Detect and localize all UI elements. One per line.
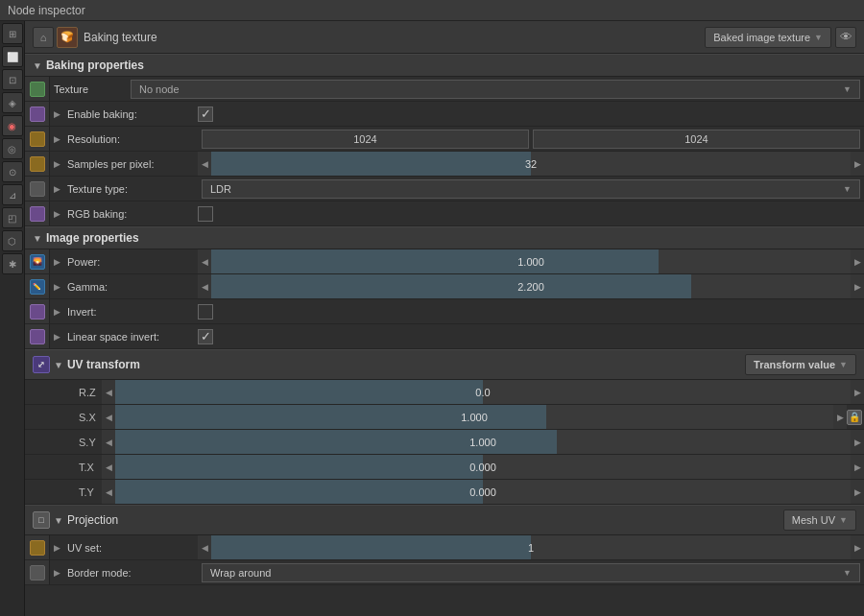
tx-arrow-right[interactable]: ▶ bbox=[851, 455, 864, 479]
ty-arrow-right[interactable]: ▶ bbox=[851, 480, 864, 504]
power-arrow-right[interactable]: ▶ bbox=[851, 249, 864, 273]
samples-arrow-left[interactable]: ◀ bbox=[198, 152, 211, 176]
baked-image-dropdown[interactable]: Baked image texture ▼ bbox=[705, 27, 831, 48]
invert-icon-cell bbox=[25, 299, 50, 323]
tx-slider[interactable]: ◀ 0.000 ▶ bbox=[102, 455, 864, 479]
invert-row: ▶ Invert: bbox=[25, 299, 864, 324]
power-slider[interactable]: ◀ 1.000 ▶ bbox=[198, 249, 864, 273]
sidebar-icon-7[interactable]: ⊙ bbox=[2, 161, 23, 182]
sx-arrow-left[interactable]: ◀ bbox=[102, 405, 115, 429]
sidebar-icon-2[interactable]: ⬜ bbox=[2, 46, 23, 67]
home-icon[interactable]: ⌂ bbox=[33, 27, 54, 48]
resolution-icon-cell bbox=[25, 127, 50, 151]
power-arrow-left[interactable]: ◀ bbox=[198, 249, 211, 273]
rgb-baking-expand[interactable]: ▶ bbox=[50, 209, 63, 219]
gamma-slider[interactable]: ◀ 2.200 ▶ bbox=[198, 274, 864, 298]
rz-arrow-right[interactable]: ▶ bbox=[851, 380, 864, 404]
uv-set-icon bbox=[30, 540, 45, 556]
tx-arrow-left[interactable]: ◀ bbox=[102, 455, 115, 479]
sidebar-icon-5[interactable]: ◉ bbox=[2, 115, 23, 136]
ty-slider[interactable]: ◀ 0.000 ▶ bbox=[102, 480, 864, 504]
uv-section-icon: ⤢ bbox=[33, 356, 50, 373]
sidebar-icon-9[interactable]: ◰ bbox=[2, 207, 23, 228]
sy-arrow-right[interactable]: ▶ bbox=[851, 430, 864, 454]
sy-value: 1.000 bbox=[469, 437, 496, 448]
resolution-height[interactable] bbox=[533, 130, 860, 149]
sidebar-icon-4[interactable]: ◈ bbox=[2, 92, 23, 113]
ty-arrow-left[interactable]: ◀ bbox=[102, 480, 115, 504]
uv-set-expand[interactable]: ▶ bbox=[50, 543, 63, 553]
sx-track[interactable]: 1.000 bbox=[115, 405, 833, 429]
enable-baking-expand[interactable]: ▶ bbox=[50, 109, 63, 119]
samples-icon-cell bbox=[25, 152, 50, 176]
rgb-baking-label: RGB baking: bbox=[63, 208, 198, 220]
projection-dropdown[interactable]: Mesh UV ▼ bbox=[783, 509, 856, 531]
linear-expand[interactable]: ▶ bbox=[50, 332, 63, 342]
gamma-arrow-left[interactable]: ◀ bbox=[198, 274, 211, 298]
gamma-expand[interactable]: ▶ bbox=[50, 282, 63, 292]
enable-baking-checkbox[interactable]: ✓ bbox=[198, 107, 213, 122]
rz-arrow-left[interactable]: ◀ bbox=[102, 380, 115, 404]
bake-icon[interactable]: 🍞 bbox=[57, 27, 78, 48]
border-chevron: ▼ bbox=[843, 568, 852, 578]
rgb-baking-icon bbox=[30, 206, 45, 222]
linear-icon-cell bbox=[25, 324, 50, 348]
ty-track[interactable]: 0.000 bbox=[115, 480, 851, 504]
baking-section-header[interactable]: ▼ Baking properties bbox=[25, 54, 864, 77]
uv-set-track[interactable]: 1 bbox=[211, 535, 851, 559]
sy-track[interactable]: 1.000 bbox=[115, 430, 851, 454]
gamma-arrow-right[interactable]: ▶ bbox=[851, 274, 864, 298]
projection-header[interactable]: □ ▼ Projection Mesh UV ▼ bbox=[25, 505, 864, 535]
texture-type-expand[interactable]: ▶ bbox=[50, 184, 63, 194]
gamma-track[interactable]: 2.200 bbox=[211, 274, 851, 298]
sx-slider[interactable]: ◀ 1.000 ▶ bbox=[102, 405, 847, 429]
samples-expand[interactable]: ▶ bbox=[50, 159, 63, 169]
sy-slider[interactable]: ◀ 1.000 ▶ bbox=[102, 430, 864, 454]
resolution-icon bbox=[30, 131, 45, 147]
border-expand[interactable]: ▶ bbox=[50, 568, 63, 578]
uv-transform-value: Transform value bbox=[754, 359, 835, 370]
linear-label: Linear space invert: bbox=[63, 331, 198, 343]
uv-section-header[interactable]: ⤢ ▼ UV transform Transform value ▼ bbox=[25, 349, 864, 380]
sidebar-icon-3[interactable]: ⊡ bbox=[2, 69, 23, 90]
invert-checkbox[interactable] bbox=[198, 304, 213, 320]
texture-node-dropdown[interactable]: No node ▼ bbox=[131, 80, 860, 99]
image-section-header[interactable]: ▼ Image properties bbox=[25, 226, 864, 249]
texture-type-icon bbox=[30, 181, 45, 197]
uv-set-value-area: ◀ 1 ▶ bbox=[198, 535, 864, 559]
samples-track[interactable]: 32 bbox=[211, 152, 851, 176]
eye-button[interactable]: 👁 bbox=[835, 27, 856, 48]
linear-checkbox[interactable]: ✓ bbox=[198, 329, 213, 344]
resolution-expand[interactable]: ▶ bbox=[50, 134, 63, 144]
samples-value: 32 bbox=[525, 158, 537, 170]
sidebar-icon-11[interactable]: ✱ bbox=[2, 253, 23, 274]
sidebar-icon-8[interactable]: ⊿ bbox=[2, 184, 23, 205]
power-expand[interactable]: ▶ bbox=[50, 257, 63, 267]
top-bar-icons: ⌂ 🍞 bbox=[33, 27, 78, 48]
samples-slider[interactable]: ◀ 32 ▶ bbox=[198, 152, 864, 176]
sidebar-icon-1[interactable]: ⊞ bbox=[2, 23, 23, 44]
uv-set-arrow-right[interactable]: ▶ bbox=[851, 535, 864, 559]
uv-transform-dropdown[interactable]: Transform value ▼ bbox=[745, 354, 856, 375]
resolution-width[interactable] bbox=[202, 130, 529, 149]
rz-slider[interactable]: ◀ 0.0 ▶ bbox=[102, 380, 864, 404]
sx-arrow-right[interactable]: ▶ bbox=[833, 405, 847, 429]
border-mode-dropdown[interactable]: Wrap around ▼ bbox=[202, 563, 860, 582]
projection-icon: □ bbox=[33, 511, 50, 529]
power-track[interactable]: 1.000 bbox=[211, 249, 851, 273]
tx-track[interactable]: 0.000 bbox=[115, 455, 851, 479]
resolution-inputs bbox=[198, 127, 864, 151]
sidebar-icon-6[interactable]: ◎ bbox=[2, 138, 23, 159]
rz-track[interactable]: 0.0 bbox=[115, 380, 851, 404]
rgb-baking-checkbox[interactable] bbox=[198, 206, 213, 222]
lock-icon[interactable]: 🔒 bbox=[847, 410, 862, 425]
uv-set-arrow-left[interactable]: ◀ bbox=[198, 535, 211, 559]
texture-type-dropdown[interactable]: LDR ▼ bbox=[202, 179, 860, 199]
sy-arrow-left[interactable]: ◀ bbox=[102, 430, 115, 454]
texture-icon bbox=[30, 82, 45, 97]
uv-set-slider[interactable]: ◀ 1 ▶ bbox=[198, 535, 864, 559]
samples-fill bbox=[211, 152, 531, 176]
sidebar-icon-10[interactable]: ⬡ bbox=[2, 230, 23, 251]
samples-arrow-right[interactable]: ▶ bbox=[851, 152, 864, 176]
invert-expand[interactable]: ▶ bbox=[50, 307, 63, 317]
